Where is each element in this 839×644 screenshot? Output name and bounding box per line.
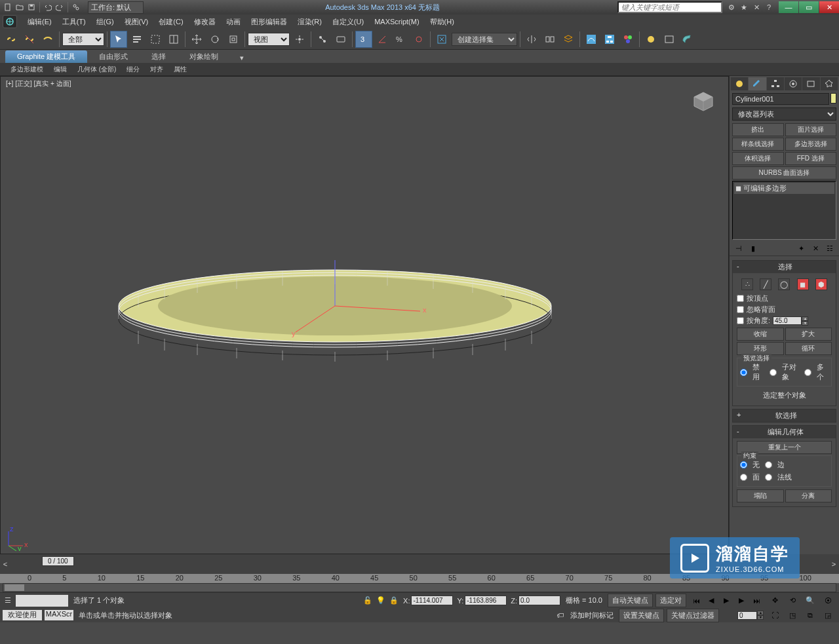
border-subobj-icon[interactable]: ◯ — [778, 278, 790, 290]
play-icon[interactable]: ▶ — [719, 594, 733, 608]
scale-tool-icon[interactable] — [225, 31, 242, 48]
open-icon[interactable] — [14, 2, 25, 12]
mini-listener[interactable] — [16, 595, 68, 607]
grow-button[interactable]: 扩大 — [785, 328, 832, 341]
schematic-view-icon[interactable] — [601, 31, 618, 48]
hierarchy-tab-icon[interactable] — [767, 77, 784, 90]
constraint-normal-radio[interactable] — [765, 474, 772, 481]
redo-icon[interactable] — [54, 2, 65, 12]
motion-tab-icon[interactable] — [785, 77, 802, 90]
ring-button[interactable]: 环形 — [737, 342, 784, 355]
modifier-stack[interactable]: ◼ 可编辑多边形 — [732, 181, 836, 240]
modify-tab-icon[interactable] — [749, 77, 766, 90]
constraint-edge-radio[interactable] — [765, 461, 772, 468]
edge-subobj-icon[interactable]: ╱ — [760, 278, 771, 290]
polygon-subobj-icon[interactable]: ◼ — [797, 278, 809, 290]
time-tag-icon[interactable]: 🏷 — [555, 610, 565, 620]
create-tab-icon[interactable] — [731, 77, 748, 90]
render-frame-icon[interactable] — [661, 31, 678, 48]
maximize-viewport-icon[interactable]: ⧉ — [802, 607, 819, 624]
show-end-result-icon[interactable]: ▮ — [747, 242, 760, 254]
by-angle-checkbox[interactable] — [737, 317, 744, 324]
utilities-tab-icon[interactable] — [821, 77, 838, 90]
ribbon-tab[interactable]: Graphite 建模工具 — [5, 50, 87, 63]
snap-toggle-icon[interactable]: 3 — [355, 31, 372, 48]
edit-geometry-header[interactable]: -编辑几何体 — [733, 426, 836, 438]
link-icon[interactable] — [71, 2, 81, 12]
quick-button[interactable]: 面片选择 — [785, 123, 837, 136]
curve-editor-icon[interactable] — [583, 31, 600, 48]
viewcube-icon[interactable] — [692, 90, 715, 113]
undo-icon[interactable] — [43, 2, 53, 12]
menu-动画[interactable]: 动画 — [221, 16, 246, 27]
key-filters-button[interactable]: 关键点过滤器 — [667, 609, 719, 622]
add-time-tag[interactable]: 添加时间标记 — [568, 611, 616, 620]
object-name-input[interactable] — [732, 93, 829, 105]
soft-selection-header[interactable]: +软选择 — [733, 409, 836, 422]
align-icon[interactable] — [541, 31, 558, 48]
layers-icon[interactable] — [560, 31, 577, 48]
unlink-tool-icon[interactable] — [21, 31, 38, 48]
goto-start-icon[interactable]: ⏮ — [689, 594, 703, 608]
ribbon-tab[interactable]: 对象绘制 — [178, 50, 230, 63]
menu-渲染(R)[interactable]: 渲染(R) — [292, 16, 327, 27]
selection-lock-icon[interactable]: 🔒 — [389, 596, 399, 606]
ribbon-subtab[interactable]: 编辑 — [49, 64, 72, 75]
ref-coord-combo[interactable]: 视图 — [248, 33, 290, 46]
menu-修改器[interactable]: 修改器 — [189, 16, 221, 27]
cylinder-object[interactable]: x y z — [112, 260, 558, 378]
timeline-scrollbar[interactable] — [3, 583, 836, 592]
render-icon[interactable] — [679, 31, 696, 48]
spinner-up-icon[interactable]: ▴ — [802, 316, 808, 321]
pin-stack-icon[interactable]: ⊣ — [732, 242, 745, 254]
selection-filter-combo[interactable]: 全部 — [62, 33, 104, 46]
edit-named-sel-icon[interactable] — [433, 31, 450, 48]
menu-MAXScript(M)[interactable]: MAXScript(M) — [369, 16, 424, 27]
menu-视图(V)[interactable]: 视图(V) — [119, 16, 154, 27]
exchange-icon[interactable]: ✕ — [751, 2, 762, 12]
link-tool-icon[interactable] — [3, 31, 20, 48]
time-slider-handle[interactable]: 0 / 100 — [42, 556, 74, 566]
z-coord-input[interactable] — [518, 596, 560, 605]
nurbs-surface-select-button[interactable]: NURBS 曲面选择 — [732, 166, 836, 180]
star-icon[interactable]: ★ — [739, 2, 749, 12]
maxscript-mini-icon[interactable]: ☰ — [3, 596, 13, 606]
min-max-toggle-icon[interactable]: ◲ — [819, 607, 836, 624]
menu-图形编辑器[interactable]: 图形编辑器 — [246, 16, 292, 27]
ignore-backfacing-checkbox[interactable] — [737, 306, 744, 313]
current-frame-input[interactable] — [737, 611, 757, 620]
goto-end-icon[interactable]: ⏭ — [749, 594, 764, 608]
y-coord-input[interactable] — [465, 596, 507, 605]
ribbon-subtab[interactable]: 细分 — [121, 64, 145, 75]
mirror-icon[interactable] — [523, 31, 540, 48]
spinner-snap-icon[interactable] — [410, 31, 427, 48]
zoom-region-icon[interactable]: ◳ — [784, 607, 801, 624]
rotate-tool-icon[interactable] — [206, 31, 224, 48]
ribbon-chevron-icon[interactable]: ▾ — [237, 52, 247, 63]
shrink-button[interactable]: 收缩 — [737, 328, 784, 341]
quick-button[interactable]: 多边形选择 — [785, 138, 837, 151]
ribbon-subtab[interactable]: 属性 — [168, 64, 192, 75]
quick-button[interactable]: FFD 选择 — [785, 152, 837, 165]
time-config-icon[interactable]: < — [0, 559, 10, 569]
percent-snap-icon[interactable]: % — [392, 31, 409, 48]
workspace-selector[interactable]: 工作台: 默认 — [88, 1, 144, 14]
constraint-none-radio[interactable] — [740, 461, 747, 468]
angle-snap-icon[interactable] — [374, 31, 391, 48]
maximize-button[interactable]: ▭ — [799, 1, 819, 13]
by-vertex-checkbox[interactable] — [737, 295, 744, 302]
viewport[interactable]: [+] [正交] [真实 + 边面] x y z — [0, 76, 729, 554]
render-setup-icon[interactable] — [642, 31, 659, 48]
quick-button[interactable]: 体积选择 — [732, 152, 784, 165]
zoom-extents-icon[interactable]: ⛶ — [766, 607, 783, 624]
infocenter-icon[interactable]: ⚙ — [726, 2, 737, 12]
lock-selection-icon[interactable]: 🔓 — [362, 596, 373, 606]
set-key-button[interactable]: 设置关键点 — [619, 609, 664, 622]
select-name-icon[interactable] — [128, 31, 146, 48]
prev-frame-icon[interactable]: ◀ — [704, 594, 718, 608]
help-icon[interactable]: ? — [764, 2, 774, 12]
ribbon-subtab[interactable]: 几何体 (全部) — [72, 64, 121, 75]
stack-item-editable-poly[interactable]: ◼ 可编辑多边形 — [734, 183, 834, 194]
auto-key-button[interactable]: 自动关键点 — [608, 594, 653, 607]
element-subobj-icon[interactable]: ⬢ — [815, 278, 827, 290]
